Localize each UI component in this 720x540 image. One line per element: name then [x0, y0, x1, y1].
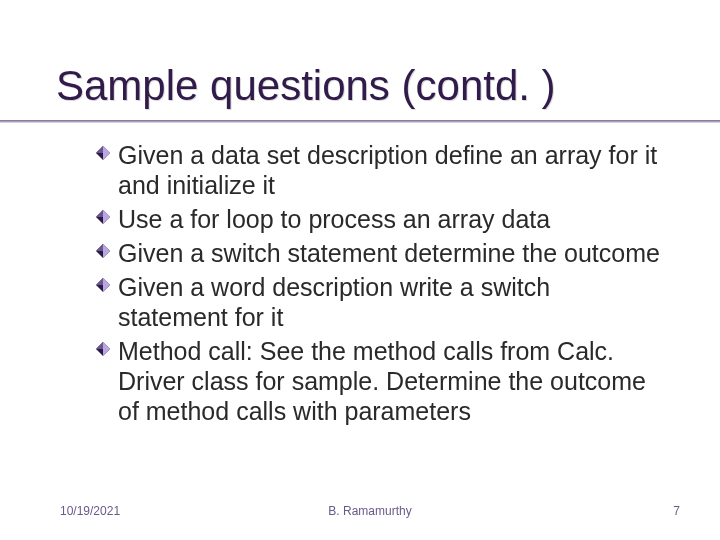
footer-author: B. Ramamurthy — [328, 504, 411, 518]
svg-marker-13 — [103, 342, 110, 356]
list-item: Given a word description write a switch … — [96, 272, 660, 332]
svg-marker-1 — [103, 146, 110, 160]
diamond-bullet-icon — [96, 146, 110, 160]
svg-marker-5 — [96, 210, 103, 217]
footer-page-number: 7 — [673, 504, 680, 518]
slide: Sample questions (contd. ) Given a data … — [0, 0, 720, 540]
list-item: Given a data set description define an a… — [96, 140, 660, 200]
bullet-text: Given a data set description define an a… — [118, 141, 657, 199]
bullet-text: Method call: See the method calls from C… — [118, 337, 646, 425]
svg-marker-11 — [96, 278, 103, 285]
svg-marker-2 — [96, 146, 103, 153]
diamond-bullet-icon — [96, 244, 110, 258]
svg-marker-14 — [96, 342, 103, 349]
list-item: Given a switch statement determine the o… — [96, 238, 660, 268]
slide-title: Sample questions (contd. ) — [56, 62, 680, 110]
diamond-bullet-icon — [96, 210, 110, 224]
svg-marker-7 — [103, 244, 110, 258]
list-item: Use a for loop to process an array data — [96, 204, 660, 234]
footer-date: 10/19/2021 — [60, 504, 120, 518]
diamond-bullet-icon — [96, 278, 110, 292]
svg-marker-4 — [103, 210, 110, 224]
list-item: Method call: See the method calls from C… — [96, 336, 660, 426]
bullet-text: Given a word description write a switch … — [118, 273, 550, 331]
bullet-text: Given a switch statement determine the o… — [118, 239, 660, 267]
bullet-text: Use a for loop to process an array data — [118, 205, 550, 233]
svg-marker-8 — [96, 244, 103, 251]
slide-body: Given a data set description define an a… — [96, 140, 660, 430]
diamond-bullet-icon — [96, 342, 110, 356]
svg-marker-10 — [103, 278, 110, 292]
title-underline — [0, 120, 720, 123]
